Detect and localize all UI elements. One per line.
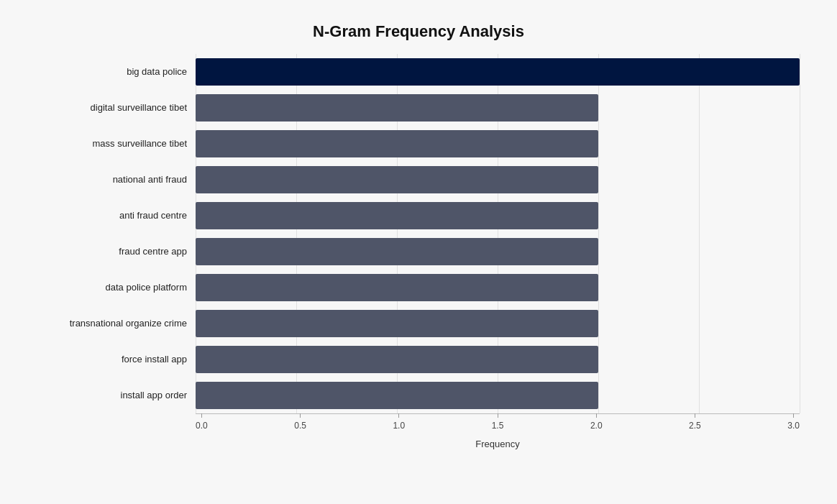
bar-track: [196, 310, 800, 337]
x-axis: 0.00.51.01.52.02.53.0 Frequency: [196, 413, 800, 449]
bar-label: digital surveillance tibet: [37, 102, 196, 113]
bar-fill: [196, 382, 598, 409]
x-tick-label: 0.0: [196, 421, 208, 431]
bar-row: fraud centre app: [37, 234, 800, 270]
bar-track: [196, 346, 800, 373]
chart-title: N-Gram Frequency Analysis: [37, 22, 800, 41]
bar-fill: [196, 166, 598, 193]
bar-label: fraud centre app: [37, 246, 196, 257]
bar-row: mass surveillance tibet: [37, 126, 800, 162]
x-tick: 2.5: [689, 413, 701, 431]
bar-fill: [196, 58, 800, 86]
bar-row: digital surveillance tibet: [37, 90, 800, 126]
x-tick: 1.5: [492, 413, 504, 431]
bar-track: [196, 202, 800, 229]
x-tick-label: 2.5: [689, 421, 701, 431]
bar-label: transnational organize crime: [37, 318, 196, 329]
bar-track: [196, 166, 800, 193]
x-tick-label: 1.0: [393, 421, 405, 431]
x-tick: 3.0: [787, 413, 800, 431]
grid-line: [800, 54, 800, 413]
x-tick-label: 1.5: [492, 421, 504, 431]
bar-fill: [196, 130, 598, 157]
x-tick: 1.0: [393, 413, 405, 431]
bar-fill: [196, 202, 598, 229]
bar-fill: [196, 310, 598, 337]
bar-label: anti fraud centre: [37, 210, 196, 221]
x-tick: 0.0: [196, 413, 208, 431]
x-tick-label: 3.0: [787, 421, 800, 431]
bar-row: anti fraud centre: [37, 198, 800, 234]
chart-container: N-Gram Frequency Analysis big data polic…: [23, 8, 814, 497]
x-axis-label: Frequency: [196, 439, 800, 449]
bar-label: install app order: [37, 390, 196, 400]
x-tick: 2.0: [590, 413, 603, 431]
bar-track: [196, 238, 800, 265]
bar-fill: [196, 346, 598, 373]
bar-fill: [196, 274, 598, 301]
bar-label: force install app: [37, 354, 196, 365]
bar-row: force install app: [37, 342, 800, 377]
bar-track: [196, 58, 800, 86]
bar-fill: [196, 94, 598, 122]
bar-fill: [196, 238, 598, 265]
bar-label: data police platform: [37, 282, 196, 293]
x-tick-label: 2.0: [590, 421, 603, 431]
x-tick-label: 0.5: [294, 421, 306, 431]
bar-row: transnational organize crime: [37, 306, 800, 342]
bar-label: big data police: [37, 66, 196, 77]
bar-track: [196, 130, 800, 157]
bar-track: [196, 94, 800, 122]
bar-row: data police platform: [37, 270, 800, 306]
bar-track: [196, 382, 800, 409]
x-tick: 0.5: [294, 413, 306, 431]
bar-label: national anti fraud: [37, 174, 196, 185]
bar-row: install app order: [37, 377, 800, 413]
bar-label: mass surveillance tibet: [37, 138, 196, 149]
bar-track: [196, 274, 800, 301]
bar-row: big data police: [37, 54, 800, 90]
bar-row: national anti fraud: [37, 162, 800, 198]
